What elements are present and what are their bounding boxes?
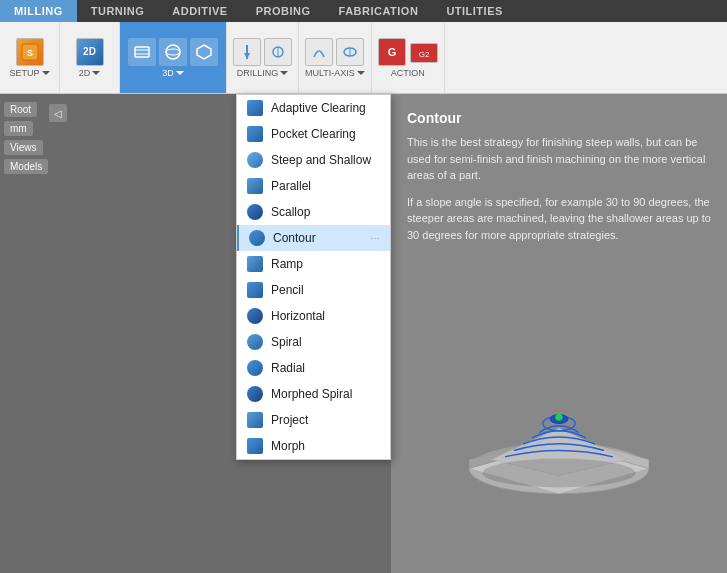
menu-icon-adaptive-clearing (247, 100, 263, 116)
menu-icon-parallel (247, 178, 263, 194)
menu-label-morphed-spiral: Morphed Spiral (271, 387, 380, 401)
menu-item-morph[interactable]: Morph (237, 433, 390, 459)
info-preview-area (407, 263, 711, 557)
menu-label-morph: Morph (271, 439, 380, 453)
menu-icon-ramp (247, 256, 263, 272)
menu-item-spiral[interactable]: Spiral (237, 329, 390, 355)
drilling-icon-1[interactable] (233, 38, 261, 66)
menu-label-adaptive-clearing: Adaptive Clearing (271, 101, 380, 115)
action-label: ACTION (391, 68, 425, 78)
menu-label-spiral: Spiral (271, 335, 380, 349)
menu-label-steep-and-shallow: Steep and Shallow (271, 153, 380, 167)
ribbon-group-action: G G2 ACTION (372, 22, 445, 93)
menu-icon-horizontal (247, 308, 263, 324)
menu-label-contour: Contour (273, 231, 362, 245)
svg-text:G2: G2 (419, 50, 430, 59)
menu-item-parallel[interactable]: Parallel (237, 173, 390, 199)
svg-point-23 (555, 414, 562, 421)
menu-icon-steep-and-shallow (247, 152, 263, 168)
menu-label-parallel: Parallel (271, 179, 380, 193)
3d-chevron (176, 71, 184, 75)
svg-point-24 (483, 459, 636, 488)
menu-icon-radial (247, 360, 263, 376)
sidebar-item-root[interactable]: Root (4, 102, 37, 117)
tab-probing[interactable]: PROBING (242, 0, 325, 22)
info-description-2: If a slope angle is specified, for examp… (407, 194, 711, 244)
ribbon-bar: S SETUP 2D 2D 3D (0, 22, 727, 94)
info-panel: Contour This is the best strategy for fi… (391, 94, 727, 573)
setup-chevron (42, 71, 50, 75)
menu-item-pencil[interactable]: Pencil (237, 277, 390, 303)
tab-milling[interactable]: MILLING (0, 0, 77, 22)
tab-utilities[interactable]: UTILITIES (432, 0, 516, 22)
contour-preview-image (434, 320, 684, 500)
menu-icon-project (247, 412, 263, 428)
ribbon-group-2d: 2D 2D (60, 22, 120, 93)
info-description-1: This is the best strategy for finishing … (407, 134, 711, 184)
menu-item-project[interactable]: Project (237, 407, 390, 433)
3d-label: 3D (162, 68, 174, 78)
menu-item-adaptive-clearing[interactable]: Adaptive Clearing (237, 95, 390, 121)
menu-arrow-contour: ⋯ (370, 233, 380, 244)
sidebar-item-views[interactable]: Views (4, 140, 43, 155)
menu-item-pocket-clearing[interactable]: Pocket Clearing (237, 121, 390, 147)
setup-icon[interactable]: S (16, 38, 44, 66)
svg-text:S: S (26, 48, 32, 58)
top-tab-bar: MILLING TURNING ADDITIVE PROBING FABRICA… (0, 0, 727, 22)
setup-label: SETUP (9, 68, 39, 78)
ribbon-group-drilling: DRILLING (227, 22, 299, 93)
menu-item-contour[interactable]: Contour⋯ (237, 225, 390, 251)
menu-item-radial[interactable]: Radial (237, 355, 390, 381)
menu-icon-morphed-spiral (247, 386, 263, 402)
menu-item-scallop[interactable]: Scallop (237, 199, 390, 225)
multiaxis-icon-1[interactable] (305, 38, 333, 66)
svg-rect-2 (135, 47, 149, 57)
menu-label-radial: Radial (271, 361, 380, 375)
menu-icon-pocket-clearing (247, 126, 263, 142)
svg-text:G: G (388, 46, 397, 58)
drilling-icon-2[interactable] (264, 38, 292, 66)
svg-marker-7 (197, 45, 211, 59)
menu-label-horizontal: Horizontal (271, 309, 380, 323)
ribbon-group-setup: S SETUP (0, 22, 60, 93)
menu-item-morphed-spiral[interactable]: Morphed Spiral (237, 381, 390, 407)
2d-label: 2D (79, 68, 91, 78)
menu-label-project: Project (271, 413, 380, 427)
3d-icon-1[interactable] (128, 38, 156, 66)
ribbon-group-3d: 3D (120, 22, 227, 93)
menu-item-steep-and-shallow[interactable]: Steep and Shallow (237, 147, 390, 173)
2d-icon[interactable]: 2D (76, 38, 104, 66)
info-title: Contour (407, 110, 711, 126)
multiaxis-chevron (357, 71, 365, 75)
menu-icon-pencil (247, 282, 263, 298)
tab-additive[interactable]: ADDITIVE (158, 0, 241, 22)
menu-icon-morph (247, 438, 263, 454)
2d-chevron (92, 71, 100, 75)
3d-icon-3[interactable] (190, 38, 218, 66)
3d-icon-2[interactable] (159, 38, 187, 66)
action-icon-2[interactable]: G2 (410, 43, 438, 63)
menu-label-pencil: Pencil (271, 283, 380, 297)
sidebar-item-mm[interactable]: mm (4, 121, 33, 136)
svg-marker-9 (244, 53, 250, 59)
menu-label-ramp: Ramp (271, 257, 380, 271)
ribbon-group-multiaxis: MULTI-AXIS (299, 22, 372, 93)
menu-icon-contour (249, 230, 265, 246)
menu-icon-spiral (247, 334, 263, 350)
3d-dropdown-menu: Adaptive ClearingPocket ClearingSteep an… (236, 94, 391, 460)
drilling-label: DRILLING (237, 68, 279, 78)
menu-item-horizontal[interactable]: Horizontal (237, 303, 390, 329)
multiaxis-icon-2[interactable] (336, 38, 364, 66)
svg-point-5 (166, 45, 180, 59)
tab-turning[interactable]: TURNING (77, 0, 159, 22)
menu-label-pocket-clearing: Pocket Clearing (271, 127, 380, 141)
drilling-chevron (280, 71, 288, 75)
multiaxis-label: MULTI-AXIS (305, 68, 355, 78)
tab-fabrication[interactable]: FABRICATION (325, 0, 433, 22)
menu-label-scallop: Scallop (271, 205, 380, 219)
menu-item-ramp[interactable]: Ramp (237, 251, 390, 277)
menu-icon-scallop (247, 204, 263, 220)
action-icon[interactable]: G (378, 38, 406, 66)
sidebar-item-models[interactable]: Models (4, 159, 48, 174)
sidebar-collapse-button[interactable]: ◁ (49, 104, 67, 122)
